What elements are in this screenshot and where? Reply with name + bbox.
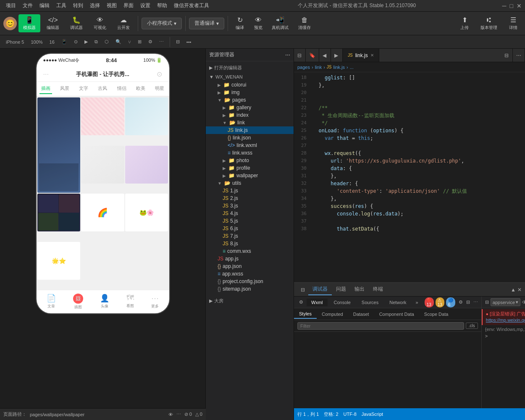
image-item[interactable] [37, 194, 81, 231]
editor-nav-forward[interactable]: ▶ [331, 49, 343, 62]
cls-button[interactable]: .cls [466, 323, 478, 329]
folder-profile[interactable]: ▶ 📁 profile [206, 164, 294, 172]
window-controls[interactable]: ─ □ ✕ [502, 3, 522, 9]
file-project-config[interactable]: {} project.config.json [206, 278, 294, 285]
upload-button[interactable]: ⬆ 上传 [456, 14, 473, 32]
language-indicator[interactable]: JavaScript [362, 412, 383, 417]
file-7js[interactable]: JS 7.js [206, 232, 294, 240]
project-header[interactable]: ▼ WX_WENAN [206, 73, 294, 81]
branch-button[interactable]: ⑂ [126, 39, 134, 45]
tab-link-js[interactable]: JS link.js ✕ [343, 49, 379, 62]
cloud-button[interactable]: ☁ 云开发 [113, 14, 134, 32]
console-prompt-line[interactable]: > [482, 333, 525, 339]
image-item[interactable]: 🌈 [81, 194, 124, 231]
folder-img[interactable]: ▶ 📁 img [206, 89, 294, 96]
more-icon-phone[interactable]: ⊙ [157, 70, 162, 78]
tab-close-button[interactable]: ✕ [370, 53, 374, 58]
menu-project[interactable]: 项目 [3, 1, 18, 10]
folder-colorui[interactable]: ▶ 📁 colorui [206, 81, 294, 89]
filetree-more-icon[interactable]: ⋯ [285, 52, 290, 58]
info-badge[interactable]: 🔵 6 [446, 297, 455, 307]
image-item[interactable]: 🌟⭐ [37, 242, 81, 280]
tab-ancient[interactable]: 古风 [96, 84, 109, 94]
nav-map[interactable]: 🗺 看图 [126, 294, 134, 310]
editor-button[interactable]: </> 编辑器 [42, 15, 64, 32]
menu-bar[interactable]: 项目 文件 编辑 工具 转到 选择 视图 界面 设置 帮助 微信开发者工具 [3, 1, 212, 10]
devtools-sub-tab-network[interactable]: Network [385, 299, 411, 306]
eye-icon[interactable]: 👁 [168, 412, 173, 417]
image-item[interactable] [81, 97, 124, 135]
warn-badge[interactable]: ⚠ 13 [436, 297, 444, 307]
folder-link[interactable]: ▼ 📂 link [206, 119, 294, 126]
menu-help[interactable]: 帮助 [155, 1, 170, 10]
style-tab-scope-data[interactable]: Scope Data [419, 310, 453, 318]
folder-pages[interactable]: ▼ 📂 pages [206, 96, 294, 104]
version-button[interactable]: ⑆ 版本管理 [476, 15, 501, 32]
expand-icon[interactable]: ▲ [511, 287, 516, 293]
layout-icon[interactable]: ⊟ [466, 299, 470, 305]
console-sidebar-icon[interactable]: ⊟ [485, 299, 489, 305]
menu-goto[interactable]: 转到 [71, 1, 86, 10]
nav-avatar[interactable]: 👤 头像 [100, 294, 109, 310]
tab-celebrity[interactable]: 明星 [153, 84, 166, 94]
back-icon[interactable]: ··· [43, 71, 49, 78]
menu-file[interactable]: 文件 [20, 1, 35, 10]
nav-back-icon[interactable]: ⊟ [294, 49, 306, 62]
menu-settings[interactable]: 设置 [138, 1, 153, 10]
file-5js[interactable]: JS 5.js [206, 217, 294, 225]
menu-interface[interactable]: 界面 [121, 1, 136, 10]
clearstore-button[interactable]: 🗑 清缓存 [294, 15, 315, 32]
encoding-indicator[interactable]: UTF-8 [344, 412, 357, 417]
menu-view[interactable]: 视图 [104, 1, 119, 10]
simulate-button[interactable]: 📱 模拟器 [18, 14, 40, 32]
devtools-settings-icon[interactable]: ⚙ [297, 299, 305, 306]
file-8js[interactable]: JS 8.js [206, 240, 294, 247]
file-link-js[interactable]: JS link.js [206, 126, 294, 134]
style-tab-component-data[interactable]: Component Data [374, 310, 419, 318]
file-comm-wxs[interactable]: ≡ comm.wxs [206, 247, 294, 255]
error-link[interactable]: https://mp.weixin.qq.com [486, 318, 525, 323]
phone-toggle[interactable]: 📱 [59, 38, 70, 45]
file-2js[interactable]: JS 2.js [206, 194, 294, 202]
more-toolbar-button[interactable]: ⋯ [157, 38, 166, 45]
more-status-icon[interactable]: ⋯ [176, 412, 181, 417]
phone-tabs[interactable]: 插画 风景 文字 古风 情侣 欧美 明星 [37, 82, 169, 97]
file-6js[interactable]: JS 6.js [206, 225, 294, 232]
tab-couple[interactable]: 情侣 [116, 84, 128, 94]
file-app-js[interactable]: JS app.js [206, 255, 294, 262]
style-tab-dataset[interactable]: Dataset [348, 310, 374, 318]
nav-article[interactable]: 📄 文章 [47, 294, 56, 310]
tab-scenery[interactable]: 风景 [58, 84, 71, 94]
devtools-tab-debug[interactable]: 调试器 [308, 284, 332, 295]
file-app-json[interactable]: {} app.json [206, 262, 294, 270]
record-button[interactable]: ⊙ [71, 38, 80, 45]
folder-wallpaper[interactable]: ▶ 📁 wallpaper [206, 172, 294, 179]
devtools-sub-tab-console[interactable]: Console [329, 299, 355, 306]
image-item[interactable] [37, 97, 81, 193]
tab-western[interactable]: 欧美 [134, 84, 147, 94]
file-sitemap[interactable]: {} sitemap.json [206, 285, 294, 293]
image-item[interactable] [125, 146, 168, 184]
folder-index[interactable]: ▶ 📁 index [206, 111, 294, 119]
more-editor-button[interactable]: ⋯ [513, 49, 525, 62]
devtools-sub-tab-more[interactable]: » [413, 299, 421, 306]
space-indicator[interactable]: 空格: 2 [324, 411, 338, 417]
file-link-wxss[interactable]: ≡ link.wxss [206, 149, 294, 157]
split-button[interactable]: ⊟ [501, 49, 513, 62]
folder-utils[interactable]: ▼ 📂 utils [206, 179, 294, 187]
image-item[interactable] [81, 146, 124, 184]
maximize-button[interactable]: □ [510, 3, 513, 9]
capture-button[interactable]: ⬡ [102, 38, 111, 45]
image-item[interactable]: 🐸🌸 [125, 194, 168, 231]
debug-button[interactable]: 🐛 调试器 [66, 14, 87, 32]
menu-devtools[interactable]: 微信开发者工具 [171, 1, 212, 10]
file-3js[interactable]: JS 3.js [206, 202, 294, 210]
nav-illustration[interactable]: 🖼 插图 [73, 294, 83, 310]
realtest-button[interactable]: 📲 真机调试 [268, 14, 292, 32]
devtools-tab-problems[interactable]: 问题 [332, 284, 350, 295]
devtools-tab-output[interactable]: 输出 [350, 284, 369, 295]
folder-photo[interactable]: ▶ 📁 photo [206, 157, 294, 164]
play-button[interactable]: ▶ [82, 38, 90, 45]
copy-button[interactable]: ⧉ [92, 38, 100, 45]
search-button[interactable]: 🔍 [113, 38, 124, 45]
